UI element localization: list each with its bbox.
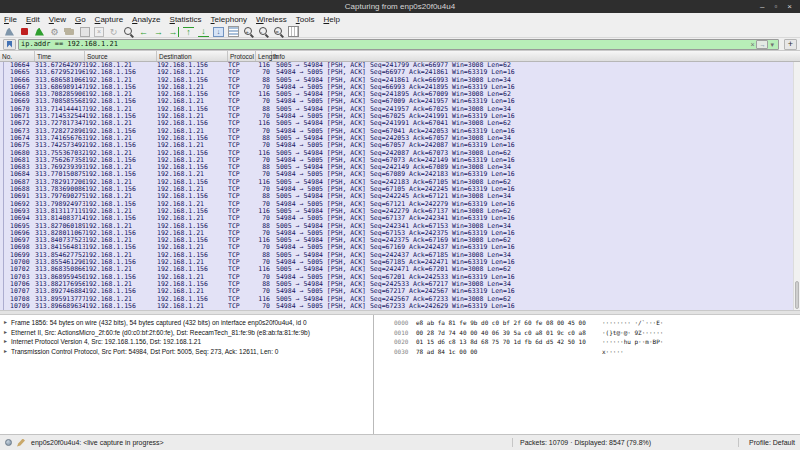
prev-packet-icon[interactable]: ← (138, 27, 149, 37)
packet-list-scrollbar[interactable] (793, 62, 800, 310)
filter-apply-icon[interactable]: → (756, 40, 768, 49)
packet-row[interactable]: 10669313.708585568192.168.1.156192.168.1… (0, 98, 800, 105)
packet-row[interactable]: 10672313.727817347192.168.1.21192.168.1.… (0, 120, 800, 127)
packet-row[interactable]: 10667313.686989147192.168.1.156192.168.1… (0, 84, 800, 91)
display-filter-input[interactable] (21, 40, 748, 49)
packet-row[interactable]: 10680313.755367032192.168.1.21192.168.1.… (0, 150, 800, 157)
packet-row[interactable]: 10670313.714144417192.168.1.21192.168.1.… (0, 106, 800, 113)
stop-capture-icon[interactable] (19, 27, 30, 37)
hex-row[interactable]: 002001 15 d6 c8 13 8d 68 75 70 1d fb 6d … (394, 337, 800, 347)
packet-row[interactable]: 10708313.895913777192.168.1.21192.168.1.… (0, 296, 800, 303)
menu-statistics[interactable]: Statistics (170, 15, 202, 24)
autoscroll-icon[interactable] (213, 27, 224, 37)
packet-row[interactable]: 10700313.855461290192.168.1.156192.168.1… (0, 259, 800, 266)
column-header-source[interactable]: Source (85, 51, 157, 61)
close-file-icon[interactable]: × (94, 27, 104, 37)
column-header-time[interactable]: Time (35, 51, 85, 61)
resize-columns-icon[interactable] (288, 27, 299, 37)
capture-options-icon[interactable]: ⚙ (49, 27, 60, 37)
start-capture-icon[interactable] (4, 27, 15, 37)
packet-row[interactable]: 10684313.770150875192.168.1.156192.168.1… (0, 171, 800, 178)
scrollbar-thumb[interactable] (795, 281, 799, 309)
packet-row[interactable]: 10674313.741656763192.168.1.21192.168.1.… (0, 135, 800, 142)
packet-row[interactable]: 10683313.769239393192.168.1.21192.168.1.… (0, 164, 800, 171)
packet-row[interactable]: 10665313.672952196192.168.1.156192.168.1… (0, 69, 800, 76)
restart-capture-icon[interactable] (34, 27, 45, 37)
menu-tools[interactable]: Tools (296, 15, 315, 24)
menu-help[interactable]: Help (323, 15, 339, 24)
reload-icon[interactable]: ↻ (108, 27, 119, 37)
zoom-in-icon[interactable]: + (243, 27, 254, 37)
packet-row[interactable]: 10694313.814083714192.168.1.156192.168.1… (0, 215, 800, 222)
packet-row[interactable]: 10706313.882176956192.168.1.21192.168.1.… (0, 281, 800, 288)
expert-info-icon[interactable] (5, 439, 12, 446)
packet-row[interactable]: 10673313.728272890192.168.1.156192.168.1… (0, 128, 800, 135)
minimize-button[interactable]: – (760, 2, 764, 11)
filter-dropdown-icon[interactable]: ▾ (768, 40, 776, 49)
maximize-button[interactable]: ▫ (774, 2, 777, 11)
packet-row[interactable]: 10699313.854627752192.168.1.21192.168.1.… (0, 252, 800, 259)
menu-go[interactable]: Go (75, 15, 86, 24)
packet-row[interactable]: 10693313.813117119192.168.1.21192.168.1.… (0, 208, 800, 215)
column-header-length[interactable]: Length (256, 51, 272, 61)
column-header-protocol[interactable]: Protocol (228, 51, 256, 61)
menu-wireless[interactable]: Wireless (256, 15, 287, 24)
save-file-icon[interactable] (79, 27, 90, 37)
packet-row[interactable]: 10702313.868350866192.168.1.21192.168.1.… (0, 266, 800, 273)
hex-row[interactable]: 001000 28 7d 74 40 00 40 06 39 5a c0 a8 … (394, 328, 800, 338)
detail-line[interactable]: ▸Internet Protocol Version 4, Src: 192.1… (4, 337, 373, 347)
menu-telephony[interactable]: Telephony (211, 15, 247, 24)
packet-row[interactable]: 10696313.828011067192.168.1.156192.168.1… (0, 230, 800, 237)
packet-row[interactable]: 10692313.798924973192.168.1.156192.168.1… (0, 201, 800, 208)
packet-row[interactable]: 10697313.840737523192.168.1.21192.168.1.… (0, 237, 800, 244)
menu-analyze[interactable]: Analyze (132, 15, 160, 24)
expander-icon[interactable]: ▸ (4, 337, 11, 347)
packet-row[interactable]: 10709313.896689634192.168.1.156192.168.1… (0, 303, 800, 310)
open-file-icon[interactable] (64, 27, 75, 37)
packet-row[interactable]: 10707313.892746884192.168.1.156192.168.1… (0, 288, 800, 295)
hex-row[interactable]: 0000e8 ab fa 81 fe 9b d0 c0 bf 2f 60 fe … (394, 318, 800, 328)
menu-edit[interactable]: Edit (26, 15, 40, 24)
column-header-info[interactable]: Info (272, 51, 800, 61)
menu-file[interactable]: File (4, 15, 17, 24)
hex-row[interactable]: 003078 ad 84 1c 00 00x····· (394, 347, 800, 357)
first-packet-icon[interactable]: ↑ (183, 27, 194, 37)
packet-row[interactable]: 10666313.686581066192.168.1.21192.168.1.… (0, 77, 800, 84)
zoom-out-icon[interactable]: - (258, 27, 269, 37)
column-header-no[interactable]: No. (0, 51, 35, 61)
zoom-reset-icon[interactable]: = (273, 27, 284, 37)
expander-icon[interactable]: ▸ (4, 318, 11, 328)
packet-row[interactable]: 10695313.827060189192.168.1.21192.168.1.… (0, 223, 800, 230)
filter-add-button[interactable]: + (784, 39, 797, 50)
profile-text[interactable]: Profile: Default (749, 439, 795, 446)
capture-comment-icon[interactable] (17, 439, 25, 447)
detail-line[interactable]: ▸Ethernet II, Src: ActionsMicro_2f:60:fe… (4, 328, 373, 338)
cell-marker (0, 186, 10, 193)
expander-icon[interactable]: ▸ (4, 328, 11, 338)
packet-row[interactable]: 10664313.672642973192.168.1.21192.168.1.… (0, 62, 800, 69)
filter-bookmark-icon[interactable] (3, 39, 16, 50)
detail-line[interactable]: ▸Frame 1856: 54 bytes on wire (432 bits)… (4, 318, 373, 328)
packet-row[interactable]: 10681313.756267358192.168.1.156192.168.1… (0, 157, 800, 164)
packet-row[interactable]: 10691313.797690275192.168.1.21192.168.1.… (0, 193, 800, 200)
packet-row[interactable]: 10703313.868959450192.168.1.156192.168.1… (0, 274, 800, 281)
detail-line[interactable]: ▸Transmission Control Protocol, Src Port… (4, 347, 373, 357)
packet-row[interactable]: 10687313.782917200192.168.1.21192.168.1.… (0, 179, 800, 186)
menu-view[interactable]: View (49, 15, 66, 24)
packet-row[interactable]: 10671313.714532544192.168.1.156192.168.1… (0, 113, 800, 120)
colorize-icon[interactable] (228, 27, 239, 37)
packet-row[interactable]: 10668313.708285900192.168.1.21192.168.1.… (0, 91, 800, 98)
menu-capture[interactable]: Capture (95, 15, 123, 24)
last-packet-icon[interactable]: ↓ (198, 27, 209, 37)
close-button[interactable]: × (787, 2, 792, 11)
goto-packet-icon[interactable]: → (168, 27, 179, 37)
packet-row[interactable]: 10688313.783690086192.168.1.156192.168.1… (0, 186, 800, 193)
next-packet-icon[interactable]: → (153, 27, 164, 37)
column-header-destination[interactable]: Destination (157, 51, 228, 61)
find-icon[interactable] (123, 27, 134, 37)
filter-clear-icon[interactable]: × (748, 40, 756, 49)
packet-row[interactable]: 10698313.841564813192.168.1.156192.168.1… (0, 244, 800, 251)
cell-dst: 192.168.1.156 (157, 106, 228, 113)
expander-icon[interactable]: ▸ (4, 347, 11, 357)
packet-row[interactable]: 10675313.742573492192.168.1.156192.168.1… (0, 142, 800, 149)
